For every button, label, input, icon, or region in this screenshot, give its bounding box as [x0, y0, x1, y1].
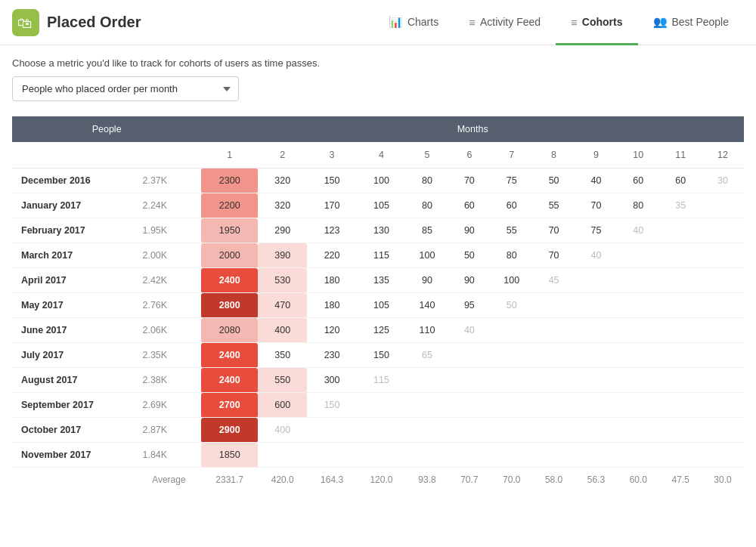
- cohort-cell: [702, 193, 744, 218]
- cohort-cell: 2800: [201, 293, 258, 318]
- metric-dropdown[interactable]: People who placed order per month: [12, 76, 239, 101]
- cohort-cell: 45: [533, 268, 575, 293]
- shopify-logo-icon: 🛍: [12, 9, 39, 36]
- cohort-cell: [617, 443, 659, 468]
- row-count: 1.84K: [136, 443, 201, 468]
- table-row: November 20171.84K1850: [12, 443, 744, 468]
- cohort-cell: [659, 393, 702, 418]
- cohort-cell: 125: [357, 318, 406, 343]
- table-row: January 20172.24K22003201701058060605570…: [12, 193, 744, 218]
- cohort-cell: 320: [258, 168, 307, 193]
- cohort-cell: [702, 418, 744, 443]
- svg-text:🛍: 🛍: [17, 14, 33, 31]
- cohort-cell: 320: [258, 193, 307, 218]
- best-people-icon: 👥: [653, 15, 668, 29]
- cohort-cell: 230: [307, 343, 356, 368]
- cohort-cell: [406, 393, 448, 418]
- month-num-4: 4: [357, 142, 406, 168]
- cohort-cell: 40: [575, 243, 618, 268]
- cohort-cell: [491, 368, 533, 393]
- cohort-cell: 40: [448, 318, 491, 343]
- average-cell: 70.7: [448, 468, 491, 493]
- nav-cohorts-label: Cohorts: [582, 16, 623, 28]
- cohort-cell: 120: [307, 318, 356, 343]
- cohort-cell: 2700: [201, 393, 258, 418]
- cohort-cell: 2080: [201, 318, 258, 343]
- cohort-cell: 400: [258, 318, 307, 343]
- table-row: October 20172.87K2900400: [12, 418, 744, 443]
- cohort-cell: [659, 418, 702, 443]
- cohort-cell: [702, 343, 744, 368]
- average-cell: 30.0: [702, 468, 744, 493]
- cohort-cell: 90: [406, 268, 448, 293]
- cohort-cell: [617, 393, 659, 418]
- row-count: 2.35K: [136, 343, 201, 368]
- cohort-cell: 2400: [201, 343, 258, 368]
- month-num-1: 1: [201, 142, 258, 168]
- cohort-cell: [533, 443, 575, 468]
- cohort-cell: [491, 443, 533, 468]
- cohort-cell: [448, 393, 491, 418]
- cohort-cell: [491, 318, 533, 343]
- cohort-cell: [659, 268, 702, 293]
- cohort-cell: [702, 218, 744, 243]
- activity-feed-icon: ≡: [469, 16, 476, 29]
- cohort-cell: 70: [533, 243, 575, 268]
- cohort-cell: 1850: [201, 443, 258, 468]
- row-count: 2.38K: [136, 368, 201, 393]
- cohort-cell: [357, 418, 406, 443]
- row-month-label: November 2017: [12, 443, 136, 468]
- cohort-cell: 115: [357, 243, 406, 268]
- nav-charts[interactable]: 📊 Charts: [373, 1, 454, 45]
- cohort-cell: 50: [491, 293, 533, 318]
- table-row: April 20172.42K2400530180135909010045: [12, 268, 744, 293]
- average-cell: 47.5: [659, 468, 702, 493]
- cohort-cell: [659, 318, 702, 343]
- row-month-label: September 2017: [12, 393, 136, 418]
- cohort-cell: 90: [448, 218, 491, 243]
- cohort-cell: [617, 293, 659, 318]
- cohort-cell: [702, 443, 744, 468]
- cohort-cell: [491, 393, 533, 418]
- metric-dropdown-wrapper: People who placed order per month: [12, 76, 744, 101]
- month-num-3: 3: [307, 142, 356, 168]
- cohort-cell: 75: [575, 218, 618, 243]
- cohorts-icon: ≡: [571, 16, 578, 29]
- month-num-8: 8: [533, 142, 575, 168]
- cohort-cell: [533, 293, 575, 318]
- cohort-cell: [357, 393, 406, 418]
- cohort-cell: 35: [659, 193, 702, 218]
- cohort-cell: [448, 443, 491, 468]
- cohort-cell: 60: [659, 168, 702, 193]
- row-month-label: March 2017: [12, 243, 136, 268]
- cohort-cell: 470: [258, 293, 307, 318]
- cohort-cell: 2300: [201, 168, 258, 193]
- nav-activity-feed[interactable]: ≡ Activity Feed: [454, 1, 556, 45]
- cohort-cell: 55: [533, 193, 575, 218]
- row-month-label: June 2017: [12, 318, 136, 343]
- cohort-cell: 70: [448, 168, 491, 193]
- cohort-cell: [575, 268, 618, 293]
- cohort-cell: [575, 293, 618, 318]
- people-header: People: [12, 116, 201, 142]
- cohort-table: People Months 1 2 3 4 5 6 7 8 9 10 1: [12, 116, 744, 492]
- month-num-7: 7: [491, 142, 533, 168]
- table-row: August 20172.38K2400550300115: [12, 368, 744, 393]
- month-num-5: 5: [406, 142, 448, 168]
- cohort-cell: 150: [307, 393, 356, 418]
- average-label: [12, 468, 136, 493]
- cohort-cell: 115: [357, 368, 406, 393]
- cohort-cell: 80: [617, 193, 659, 218]
- cohort-cell: 290: [258, 218, 307, 243]
- nav-cohorts[interactable]: ≡ Cohorts: [556, 1, 637, 45]
- cohort-cell: [617, 368, 659, 393]
- empty-col-1: [12, 142, 136, 168]
- average-cell: 70.0: [491, 468, 533, 493]
- row-month-label: December 2016: [12, 168, 136, 193]
- nav-best-people[interactable]: 👥 Best People: [638, 1, 745, 45]
- row-month-label: May 2017: [12, 293, 136, 318]
- empty-col-2: [136, 142, 201, 168]
- cohort-cell: 105: [357, 293, 406, 318]
- cohort-cell: [448, 368, 491, 393]
- cohort-cell: 85: [406, 218, 448, 243]
